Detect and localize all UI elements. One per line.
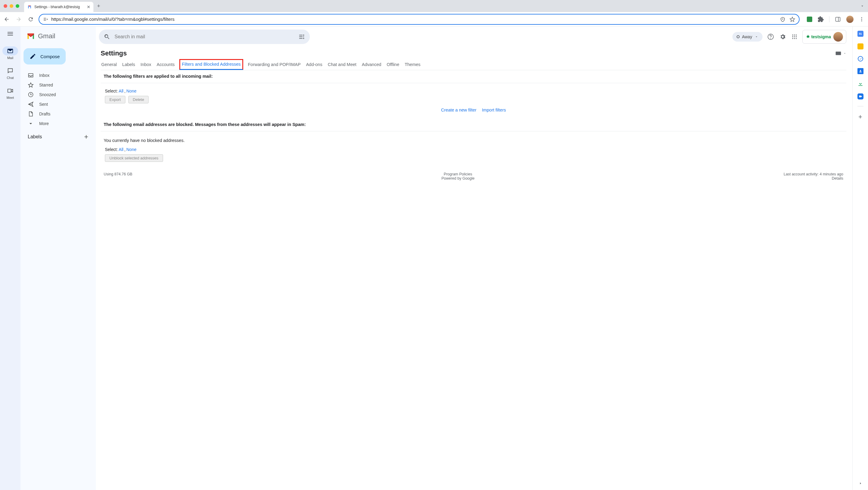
new-tab-button[interactable]: + <box>97 3 100 9</box>
extension-testsigma-icon[interactable] <box>807 17 812 22</box>
labels-title: Labels <box>28 134 42 140</box>
tab-advanced[interactable]: Advanced <box>361 59 382 70</box>
input-tools-icon[interactable] <box>835 51 846 56</box>
tab-general[interactable]: General <box>101 59 118 70</box>
blocked-controls: You currently have no blocked addresses.… <box>101 131 846 163</box>
tab-filters[interactable]: Filters and Blocked Addresses <box>179 59 243 70</box>
blocked-heading: The following email addresses are blocke… <box>104 122 843 127</box>
sidebar-item-inbox[interactable]: Inbox <box>21 70 92 80</box>
status-label: Away <box>742 34 752 39</box>
sidebar-item-snoozed[interactable]: Snoozed <box>21 90 92 99</box>
forward-button[interactable] <box>16 16 22 22</box>
select-all-link[interactable]: All <box>119 89 124 93</box>
gmail-logo-icon <box>26 31 36 41</box>
site-info-icon[interactable] <box>43 17 48 22</box>
get-addons-button[interactable]: + <box>858 113 862 121</box>
panel-divider <box>858 106 864 106</box>
rail-chat[interactable]: Chat <box>2 66 18 80</box>
powered-text: Powered by Google <box>441 176 475 181</box>
tab-addons[interactable]: Add-ons <box>305 59 323 70</box>
search-options-icon[interactable] <box>299 33 305 40</box>
download-addon-icon[interactable] <box>858 81 864 87</box>
sidebar: Gmail Compose Inbox Starred Snoozed Sent… <box>21 27 96 490</box>
svg-point-4 <box>861 19 862 20</box>
sidebar-item-starred[interactable]: Starred <box>21 80 92 90</box>
select-none-link[interactable]: None <box>126 89 136 93</box>
browser-menu-icon[interactable] <box>859 17 864 22</box>
settings-tabs: General Labels Inbox Accounts Filters an… <box>101 59 846 70</box>
inbox-label: Inbox <box>39 73 50 78</box>
settings-gear-icon[interactable] <box>779 33 786 40</box>
tab-chat[interactable]: Chat and Meet <box>327 59 357 70</box>
details-link[interactable]: Details <box>784 176 843 181</box>
filters-section: The following filters are applied to all… <box>101 70 846 83</box>
sidebar-item-more[interactable]: More <box>21 119 92 128</box>
sidebar-item-sent[interactable]: Sent <box>21 99 92 109</box>
create-filter-link[interactable]: Create a new filter <box>441 108 476 113</box>
extensions-icon[interactable] <box>818 16 824 22</box>
reload-button[interactable] <box>28 16 34 22</box>
rail-mail[interactable]: Mail <box>2 47 18 60</box>
contacts-addon-icon[interactable] <box>858 68 864 74</box>
tab-inbox[interactable]: Inbox <box>140 59 152 70</box>
tasks-addon-icon[interactable] <box>858 56 863 61</box>
tab-labels[interactable]: Labels <box>122 59 136 70</box>
select-none-link-2[interactable]: None <box>126 147 136 152</box>
search-box[interactable] <box>99 30 310 44</box>
back-button[interactable] <box>4 16 10 22</box>
rail-mail-label: Mail <box>7 56 13 60</box>
tab-title: Settings - bharath.k@testsig <box>34 5 84 9</box>
compose-button[interactable]: Compose <box>24 48 66 64</box>
tab-accounts[interactable]: Accounts <box>156 59 176 70</box>
browser-tab[interactable]: Settings - bharath.k@testsig ✕ <box>24 2 93 12</box>
delete-button[interactable]: Delete <box>128 96 149 103</box>
url-text: https://mail.google.com/mail/u/0/?tab=rm… <box>51 17 777 22</box>
tab-forwarding[interactable]: Forwarding and POP/IMAP <box>247 59 301 70</box>
more-label: More <box>39 121 49 126</box>
support-icon[interactable] <box>767 33 774 40</box>
gmail-logo[interactable]: Gmail <box>21 29 96 46</box>
minimize-window[interactable] <box>10 4 13 8</box>
lens-icon[interactable] <box>780 16 786 22</box>
policies-link[interactable]: Program Policies <box>441 172 475 176</box>
page-title: Settings <box>101 50 127 57</box>
send-icon <box>28 101 34 107</box>
tab-overflow-icon[interactable] <box>860 4 864 8</box>
draft-icon <box>28 111 34 117</box>
select-all-link-2[interactable]: All <box>119 147 124 152</box>
bookmark-icon[interactable] <box>789 16 795 22</box>
search-input[interactable] <box>115 34 294 39</box>
apps-grid-icon[interactable] <box>792 34 798 40</box>
account-avatar[interactable] <box>833 32 843 41</box>
export-button[interactable]: Export <box>105 96 125 103</box>
close-tab-icon[interactable]: ✕ <box>87 4 90 9</box>
add-label-button[interactable] <box>83 134 89 140</box>
chat-icon <box>7 67 13 74</box>
calendar-addon-icon[interactable]: 31 <box>858 31 864 37</box>
search-icon <box>104 33 110 40</box>
close-window[interactable] <box>4 4 7 8</box>
meet-addon-icon[interactable] <box>858 93 864 99</box>
hide-panel-button[interactable] <box>858 481 863 486</box>
maximize-window[interactable] <box>16 4 19 8</box>
main-menu-icon[interactable] <box>7 30 14 37</box>
svg-point-18 <box>860 70 861 71</box>
svg-point-15 <box>794 38 795 39</box>
toolbar-divider <box>829 16 830 22</box>
rail-meet[interactable]: Meet <box>2 86 18 99</box>
filters-controls: Select: All, None Export Delete Create a… <box>101 83 846 118</box>
tab-themes[interactable]: Themes <box>404 59 421 70</box>
profile-avatar[interactable] <box>846 16 854 23</box>
starred-label: Starred <box>39 83 53 87</box>
org-chip[interactable]: testsigma <box>802 30 846 44</box>
address-bar[interactable]: https://mail.google.com/mail/u/0/?tab=rm… <box>38 14 800 25</box>
tab-offline[interactable]: Offline <box>386 59 400 70</box>
side-panel-icon[interactable] <box>835 16 841 22</box>
svg-point-11 <box>792 36 793 37</box>
sidebar-item-drafts[interactable]: Drafts <box>21 109 92 119</box>
keep-addon-icon[interactable] <box>858 43 864 50</box>
unblock-button[interactable]: Unblock selected addresses <box>105 154 163 162</box>
import-filters-link[interactable]: Import filters <box>482 108 506 113</box>
status-selector[interactable]: Away <box>733 32 763 41</box>
footer: Using 874.76 GB Program Policies Powered… <box>101 163 846 189</box>
